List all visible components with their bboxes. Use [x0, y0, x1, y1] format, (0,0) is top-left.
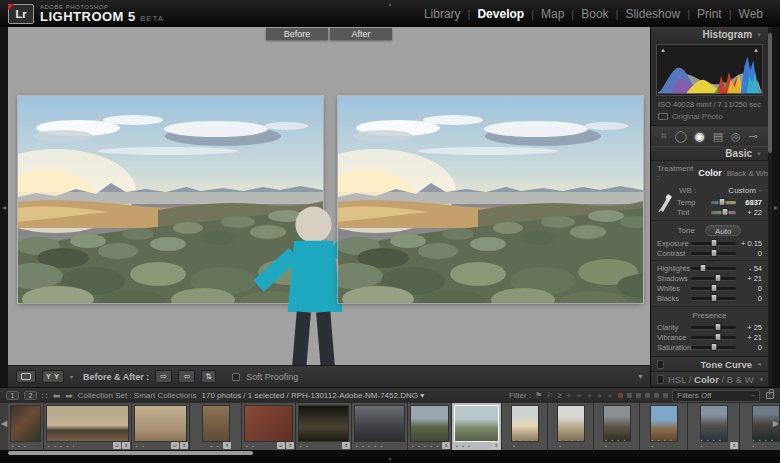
tone-curve-expand-icon[interactable]: ◄	[756, 361, 762, 367]
basic-collapse-icon[interactable]: ▼	[756, 151, 762, 157]
copy-after-to-before-button[interactable]: ⇦	[178, 370, 195, 383]
hsl-color-bw-panel-header[interactable]: HSL / Color / B & W ◄	[651, 371, 768, 386]
thumbnail-10[interactable]: ▪ ▪ ▪ ▪ ▪	[502, 403, 548, 450]
main-window-button[interactable]: 1	[6, 391, 19, 400]
whites-slider[interactable]	[691, 287, 736, 290]
red-eye-tool-icon[interactable]: ◉	[695, 131, 705, 142]
histogram-collapse-icon[interactable]: ▼	[756, 32, 762, 38]
treatment-bw-button[interactable]: Black & White	[727, 169, 768, 178]
filter-lock-icon[interactable]	[766, 392, 774, 399]
treatment-color-button[interactable]: Color	[698, 168, 722, 178]
temp-slider[interactable]	[711, 201, 736, 204]
adjustment-brush-tool-icon[interactable]: ⊸	[749, 131, 758, 142]
vibrance-slider[interactable]	[691, 336, 736, 339]
wb-preset-select[interactable]: Custom ÷	[728, 186, 762, 195]
thumbnail-3[interactable]: ▪ ▪▱±	[132, 403, 190, 450]
view-mode-dropdown-icon[interactable]: ▾	[70, 373, 73, 380]
thumbnail-8[interactable]: ▪ ▪ ▪ ▪ ▪±	[408, 403, 452, 450]
right-panel-collapsed-strip[interactable]: ►	[772, 27, 780, 387]
hsl-toggle[interactable]	[657, 375, 664, 384]
thumbnail-9-selected[interactable]: ▪ ▪ ▪▪ ▪ ▪±	[452, 403, 502, 450]
before-view-tab[interactable]: Before	[266, 28, 328, 40]
color-label-purple[interactable]	[654, 393, 659, 398]
highlight-clipping-icon[interactable]: ▲	[753, 47, 759, 53]
tint-slider[interactable]	[711, 211, 736, 214]
thumbnail-5[interactable]: ▪ ▪▱±	[242, 403, 296, 450]
go-back-icon[interactable]: ⬅	[53, 391, 61, 401]
crop-overlay-tool-icon[interactable]: ⌗	[661, 131, 667, 141]
clarity-slider[interactable]	[691, 326, 736, 329]
color-label-blue[interactable]	[645, 393, 650, 398]
module-book[interactable]: Book	[574, 7, 615, 21]
highlights-slider[interactable]	[691, 267, 736, 270]
blacks-slider[interactable]	[691, 297, 736, 300]
wb-eyedropper-icon[interactable]	[657, 186, 673, 212]
histogram-graph[interactable]: ▲ ▲	[656, 44, 763, 96]
tone-curve-toggle[interactable]	[657, 360, 664, 369]
exposure-slider[interactable]	[691, 242, 736, 245]
temp-slider-label: Temp	[677, 198, 711, 207]
color-label-none[interactable]	[663, 393, 668, 398]
module-map[interactable]: Map	[534, 7, 571, 21]
thumbnail-4[interactable]: ▪ ▪±	[190, 403, 242, 450]
filmstrip-thumbnails: ◀ ▶ ▪ ▪ ▪ ▪ ▪ ▪ ▪ ▪▱± ▪ ▪▱± ▪ ▪± ▪ ▪▱± ▪…	[0, 403, 780, 450]
filmstrip-scrollbar[interactable]	[0, 450, 780, 456]
tone-curve-panel-header[interactable]: Tone Curve ◄	[651, 356, 768, 371]
shadow-clipping-icon[interactable]: ▲	[660, 47, 666, 53]
color-label-red[interactable]	[618, 393, 623, 398]
flagged-filter-icon[interactable]: ⚑	[535, 391, 542, 400]
thumbnail-6[interactable]: ▪ ▪±	[296, 403, 352, 450]
edit-badge-icon: ±	[122, 442, 130, 449]
tone-auto-button[interactable]: Auto	[705, 225, 741, 236]
module-develop[interactable]: Develop	[470, 7, 531, 21]
selection-info[interactable]: 170 photos / 1 selected / RPH-130112-Ado…	[202, 391, 425, 400]
right-panel-scrollbar[interactable]	[768, 27, 772, 387]
toolbar-options-icon[interactable]: ▼	[637, 373, 644, 380]
basic-panel-header[interactable]: Basic ▼	[651, 146, 768, 160]
hsl-expand-icon[interactable]: ◄	[758, 376, 764, 382]
spot-removal-tool-icon[interactable]: ◯	[675, 131, 687, 142]
saturation-slider[interactable]	[691, 346, 736, 349]
module-print[interactable]: Print	[690, 7, 729, 21]
after-photo[interactable]	[338, 96, 643, 303]
filmstrip-scrollbar-thumb[interactable]	[8, 451, 253, 455]
copy-before-to-after-button[interactable]: ⇨	[155, 370, 172, 383]
histogram-panel-header[interactable]: Histogram ▼	[651, 27, 768, 41]
radial-filter-tool-icon[interactable]: ◎	[731, 131, 741, 142]
graduated-filter-tool-icon[interactable]: ▤	[713, 131, 723, 142]
before-photo[interactable]	[18, 96, 323, 303]
second-window-button[interactable]: 2	[24, 391, 37, 400]
grid-view-icon[interactable]: ∷	[42, 391, 48, 401]
rating-filter-stars[interactable]: ★ ★ ★ ★ ★	[566, 392, 614, 400]
left-panel-expand-icon[interactable]: ◄	[1, 204, 8, 211]
module-library[interactable]: Library	[417, 7, 468, 21]
thumbnail-1[interactable]: ▪ ▪ ▪	[8, 403, 44, 450]
after-view-tab[interactable]: After	[330, 28, 392, 40]
right-panel-expand-icon[interactable]: ►	[773, 204, 780, 211]
thumbnail-13[interactable]: ▪ ▪ ▪ ▪ ▪	[640, 403, 688, 450]
module-slideshow[interactable]: Slideshow	[618, 7, 687, 21]
contrast-slider[interactable]	[691, 252, 736, 255]
color-label-green[interactable]	[636, 393, 641, 398]
filmstrip-scroll-right-icon[interactable]: ▶	[773, 419, 779, 428]
module-web[interactable]: Web	[732, 7, 770, 21]
thumbnail-2[interactable]: ▪ ▪ ▪ ▪ ▪▱±	[44, 403, 132, 450]
rejected-filter-icon[interactable]: ⚐	[546, 391, 553, 400]
soft-proofing-checkbox[interactable]	[232, 373, 240, 381]
thumbnail-11[interactable]: ▪ ▪ ▪ ▪ ▪	[548, 403, 594, 450]
before-after-view-button[interactable]: Y Y	[42, 370, 64, 383]
shadows-slider[interactable]	[691, 277, 736, 280]
filters-preset-select[interactable]: Filters Off÷	[672, 390, 760, 402]
source-breadcrumb[interactable]: Collection Set : Smart Collections	[78, 391, 197, 400]
thumbnail-7[interactable]: ▪ ▪ ▪ ▪ ▪	[352, 403, 408, 450]
loupe-view-button[interactable]	[16, 370, 36, 383]
swap-before-after-button[interactable]: ⇅	[201, 370, 216, 383]
thumbnail-12[interactable]: ▪ ▪ ▪ ▪ ▪	[594, 403, 640, 450]
color-label-yellow[interactable]	[627, 393, 632, 398]
filmstrip-collapse-icon[interactable]: ▼	[388, 456, 393, 463]
left-panel-collapsed-strip[interactable]: ◄	[0, 27, 8, 387]
filmstrip-scroll-left-icon[interactable]: ◀	[1, 419, 7, 428]
top-panel-collapse-arrow[interactable]: ▲	[387, 1, 393, 7]
thumbnail-14[interactable]: ▪ ▪ ▪ ▪ ▪±	[688, 403, 740, 450]
go-forward-icon[interactable]: ➡	[65, 391, 73, 401]
